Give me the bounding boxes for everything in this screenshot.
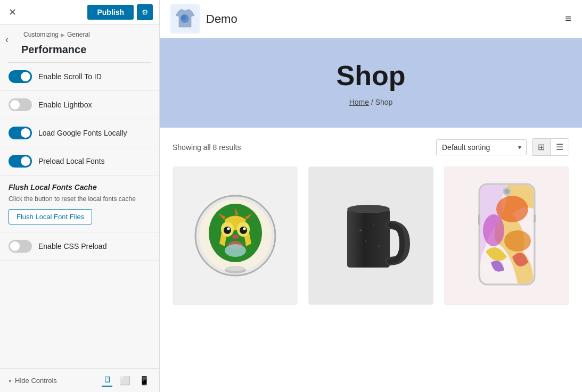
desktop-icon: 🖥 (103, 375, 111, 384)
breadcrumb: Customizing ▶ General (9, 31, 151, 38)
hamburger-icon: ≡ (565, 13, 571, 24)
settings-list: Enable Scroll To ID Enable Lightbox Load… (0, 63, 159, 368)
product-image-2 (329, 182, 414, 289)
toggle-enable-lightbox[interactable] (9, 98, 32, 111)
product-grid (173, 166, 569, 305)
flush-cache-title: Flush Local Fonts Cache (9, 183, 151, 191)
svg-rect-34 (534, 214, 536, 222)
mobile-view-button[interactable]: 📱 (138, 374, 151, 387)
bottom-bar: ● Hide Controls 🖥 ⬜ 📱 (0, 368, 159, 392)
svg-rect-33 (478, 214, 480, 225)
right-panel: Demo ≡ Shop Home / Shop Showing all 8 re… (160, 0, 582, 392)
product-card-2[interactable] (308, 166, 433, 305)
svg-point-32 (504, 189, 510, 194)
gear-icon: ⚙ (142, 8, 149, 16)
flush-cache-description: Click the button to reset the local font… (9, 195, 151, 204)
toggle-preload-local-fonts[interactable] (9, 155, 32, 168)
setting-row-preload-fonts: Preload Local Fonts (0, 147, 159, 176)
grid-view-button[interactable]: ⊞ (532, 139, 551, 155)
setting-row-css-preload: Enable CSS Preload (0, 232, 159, 261)
svg-point-22 (373, 224, 374, 226)
page-title: Performance (9, 44, 151, 56)
svg-point-7 (224, 227, 231, 234)
desktop-view-button[interactable]: 🖥 (102, 374, 112, 387)
site-name: Demo (206, 12, 237, 26)
toggle-load-google-fonts-locally[interactable] (9, 127, 32, 139)
shop-content: Showing all 8 results Default sortingSor… (160, 128, 582, 392)
svg-point-16 (226, 266, 245, 271)
logo-svg (173, 7, 197, 31)
shop-toolbar: Showing all 8 results Default sortingSor… (173, 138, 569, 156)
svg-point-13 (225, 244, 246, 257)
svg-point-28 (483, 214, 504, 246)
hide-controls-button[interactable]: ● Hide Controls (9, 377, 57, 385)
settings-gear-button[interactable]: ⚙ (137, 4, 153, 20)
list-view-button[interactable]: ☰ (551, 139, 569, 155)
top-bar: ✕ Publish ⚙ (0, 0, 159, 24)
hero-title: Shop (170, 60, 571, 91)
sort-select[interactable]: Default sortingSort by popularitySort by… (436, 139, 527, 155)
tablet-icon: ⬜ (120, 376, 130, 385)
view-toggle: ⊞ ☰ (532, 138, 569, 156)
results-count: Showing all 8 results (173, 143, 241, 152)
breadcrumb-home-link[interactable]: Home (349, 98, 369, 106)
left-panel: ✕ Publish ⚙ ‹ Customizing ▶ General Perf… (0, 0, 160, 392)
svg-point-19 (347, 205, 390, 213)
tablet-view-button[interactable]: ⬜ (119, 374, 132, 387)
section-header: Performance (0, 40, 159, 62)
flush-cache-section: Flush Local Fonts Cache Click the button… (0, 176, 159, 232)
google-fonts-label: Load Google Fonts Locally (38, 129, 127, 137)
toggle-enable-scroll-to-id[interactable] (9, 70, 32, 83)
scroll-to-id-label: Enable Scroll To ID (38, 72, 102, 81)
site-logo-area: Demo (170, 4, 237, 34)
svg-point-10 (243, 228, 245, 230)
site-logo (170, 4, 200, 34)
toolbar-right: Default sortingSort by popularitySort by… (436, 138, 569, 156)
svg-point-20 (359, 229, 362, 231)
setting-row-scroll-to-id: Enable Scroll To ID (0, 63, 159, 91)
publish-area: Publish ⚙ (87, 4, 153, 20)
toggle-enable-css-preload[interactable] (9, 240, 32, 253)
breadcrumb-current: Shop (375, 98, 393, 106)
close-button[interactable]: ✕ (6, 4, 19, 20)
product-card-1[interactable] (173, 166, 298, 305)
grid-icon: ⊞ (538, 143, 545, 152)
product-image-3 (464, 177, 550, 294)
mobile-icon: 📱 (139, 376, 150, 385)
product-card-3[interactable] (444, 166, 569, 305)
sort-select-wrapper: Default sortingSort by popularitySort by… (436, 139, 527, 155)
svg-point-9 (227, 228, 229, 230)
svg-point-21 (365, 240, 366, 242)
hero-breadcrumb: Home / Shop (170, 98, 571, 106)
svg-point-29 (504, 230, 531, 252)
svg-point-1 (181, 15, 186, 20)
svg-rect-18 (347, 209, 390, 268)
hamburger-button[interactable]: ≡ (565, 13, 571, 25)
device-icons: 🖥 ⬜ 📱 (102, 374, 151, 387)
flush-local-font-files-button[interactable]: Flush Local Font Files (9, 209, 92, 224)
site-header: Demo ≡ (160, 0, 582, 38)
list-icon: ☰ (556, 143, 563, 152)
hero-banner: Shop Home / Shop (160, 38, 582, 128)
back-button[interactable]: ‹ (0, 30, 14, 49)
breadcrumb-area: ‹ Customizing ▶ General (0, 24, 159, 40)
back-icon: ‹ (5, 34, 9, 45)
preload-fonts-label: Preload Local Fonts (38, 157, 105, 165)
product-image-1 (193, 182, 278, 289)
svg-point-27 (496, 196, 528, 222)
svg-point-8 (240, 227, 247, 234)
setting-row-google-fonts: Load Google Fonts Locally (0, 119, 159, 147)
setting-row-lightbox: Enable Lightbox (0, 91, 159, 119)
circle-icon: ● (9, 378, 12, 383)
css-preload-label: Enable CSS Preload (38, 242, 106, 251)
lightbox-label: Enable Lightbox (38, 101, 92, 109)
svg-point-23 (378, 245, 380, 247)
svg-point-11 (232, 235, 239, 239)
publish-button[interactable]: Publish (87, 5, 134, 20)
